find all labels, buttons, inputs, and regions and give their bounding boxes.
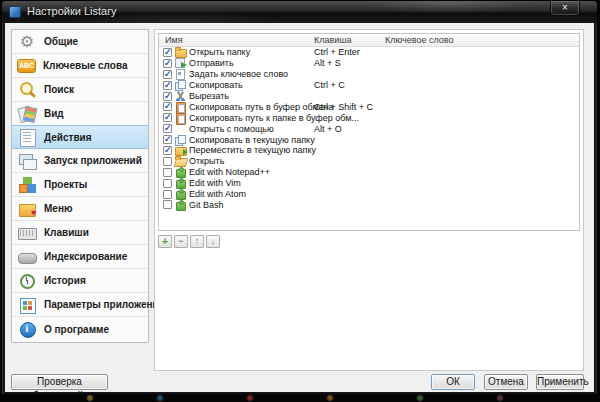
- sidebar-item-launch[interactable]: Запуск приложений: [12, 149, 148, 173]
- cut-icon: [175, 91, 187, 101]
- indexing-icon: [17, 248, 37, 266]
- action-row[interactable]: ✓Открыть с помощьюAlt + O: [159, 123, 579, 134]
- window-title: Настройки Listary: [27, 5, 116, 17]
- sidebar-item-label: Запуск приложений: [44, 155, 142, 166]
- copy-icon: [175, 80, 187, 90]
- action-row[interactable]: ✓Вырезать: [159, 91, 579, 102]
- sidebar-item-actions[interactable]: Действия: [12, 125, 148, 149]
- action-row[interactable]: ✓Переместить в текущую папку: [159, 145, 579, 156]
- action-row[interactable]: ✓СкопироватьCtrl + C: [159, 80, 579, 91]
- actions-icon: [17, 128, 37, 146]
- sidebar-item-menu[interactable]: ♥Меню: [12, 197, 148, 221]
- puzzle-icon: [175, 189, 187, 199]
- action-name: Edit with Atom: [189, 189, 246, 199]
- action-row[interactable]: ✓Скопировать путь к папке в буфер обм...: [159, 112, 579, 123]
- sidebar-item-label: Общие: [44, 36, 78, 47]
- sidebar-item-keys[interactable]: Клавиши: [12, 221, 148, 245]
- sidebar-item-label: Индексирование: [44, 251, 127, 262]
- action-row[interactable]: ✓Скопировать в текущую папку: [159, 134, 579, 145]
- settings-window: Настройки Listary × ⚙ОбщиеABCКлючевые сл…: [1, 0, 598, 396]
- checkbox-unchecked[interactable]: [163, 157, 172, 166]
- column-header-name[interactable]: Имя: [165, 35, 183, 45]
- add-action-button[interactable]: +: [158, 235, 172, 248]
- checkbox-unchecked[interactable]: [163, 168, 172, 177]
- ok-button[interactable]: ОК: [431, 374, 475, 390]
- puzzle-icon: [175, 200, 187, 210]
- sidebar-item-label: Меню: [44, 203, 72, 214]
- move-up-button[interactable]: ↑: [190, 235, 204, 248]
- checkbox-checked[interactable]: ✓: [163, 124, 172, 133]
- action-name: Открыть: [189, 156, 224, 166]
- action-name: Скопировать: [189, 80, 243, 90]
- actions-panel: Имя Клавиша Ключевое слово ✓Открыть папк…: [154, 29, 584, 371]
- checkbox-checked[interactable]: ✓: [163, 48, 172, 57]
- column-header-key[interactable]: Клавиша: [314, 35, 352, 45]
- sidebar-item-indexing[interactable]: Индексирование: [12, 245, 148, 269]
- sidebar-item-abc[interactable]: ABCКлючевые слова: [12, 54, 148, 78]
- sidebar-item-label: Проекты: [44, 179, 87, 190]
- action-row[interactable]: Edit with Vim: [159, 178, 579, 189]
- action-row[interactable]: ✓Скопировать путь в буфер обменаCtrl + S…: [159, 101, 579, 112]
- cancel-button[interactable]: Отмена: [484, 374, 528, 390]
- none-icon: [175, 124, 187, 134]
- action-name: Git Bash: [189, 200, 224, 210]
- action-row[interactable]: Edit with Atom: [159, 189, 579, 200]
- action-hotkey: Ctrl + C: [314, 80, 345, 91]
- checkbox-checked[interactable]: ✓: [163, 102, 172, 111]
- action-hotkey: Ctrl + Enter: [314, 47, 360, 58]
- sidebar-item-app-options[interactable]: Параметры приложений: [12, 293, 148, 317]
- action-row[interactable]: ✓Открыть папкуCtrl + Enter: [159, 47, 579, 58]
- abc-icon: ABC: [17, 59, 36, 73]
- sidebar-item-gear[interactable]: ⚙Общие: [12, 30, 148, 54]
- remove-action-button[interactable]: −: [174, 235, 188, 248]
- action-row[interactable]: Git Bash: [159, 199, 579, 210]
- action-hotkey: Alt + O: [314, 123, 342, 134]
- sidebar-item-view[interactable]: Вид: [12, 102, 148, 126]
- menu-icon: ♥: [17, 200, 37, 218]
- action-name: Edit with Notepad++: [189, 167, 270, 177]
- sidebar-item-about[interactable]: iО программе: [12, 317, 148, 341]
- titlebar: Настройки Listary ×: [2, 1, 597, 23]
- sidebar-item-search[interactable]: Поиск: [12, 78, 148, 102]
- action-row[interactable]: Edit with Notepad++: [159, 167, 579, 178]
- action-name: Открыть с помощью: [189, 124, 274, 134]
- sidebar-item-projects[interactable]: Проекты: [12, 173, 148, 197]
- desktop-taskbar-strip: [0, 394, 600, 402]
- sidebar-item-label: Клавиши: [44, 227, 89, 238]
- move-down-button[interactable]: ↓: [206, 235, 220, 248]
- checkbox-checked[interactable]: ✓: [163, 113, 172, 122]
- action-hotkey: Alt + S: [314, 58, 341, 69]
- column-header-keyword[interactable]: Ключевое слово: [385, 35, 453, 45]
- checkbox-checked[interactable]: ✓: [163, 92, 172, 101]
- settings-sidebar: ⚙ОбщиеABCКлючевые словаПоискВидДействияЗ…: [11, 29, 149, 343]
- action-row[interactable]: ✓ОтправитьAlt + S: [159, 58, 579, 69]
- sidebar-item-history[interactable]: История: [12, 269, 148, 293]
- check-updates-button[interactable]: Проверка обновлений...: [11, 374, 108, 390]
- checkbox-checked[interactable]: ✓: [163, 70, 172, 79]
- checkbox-checked[interactable]: ✓: [163, 135, 172, 144]
- checkbox-unchecked[interactable]: [163, 190, 172, 199]
- action-name: Скопировать путь к папке в буфер обм...: [189, 113, 359, 123]
- action-name: Задать ключевое слово: [189, 69, 288, 79]
- folder-icon: [175, 47, 187, 57]
- checkbox-unchecked[interactable]: [163, 179, 172, 188]
- sidebar-item-label: Параметры приложений: [44, 299, 165, 310]
- action-row[interactable]: ✓Задать ключевое слово: [159, 69, 579, 80]
- checkbox-checked[interactable]: ✓: [163, 146, 172, 155]
- view-icon: [17, 105, 37, 123]
- table-header: Имя Клавиша Ключевое слово: [159, 34, 579, 47]
- sidebar-item-label: О программе: [44, 324, 109, 335]
- send-icon: [175, 58, 187, 68]
- action-row[interactable]: Открыть: [159, 156, 579, 167]
- sidebar-item-label: Ключевые слова: [43, 60, 127, 71]
- action-name: Edit with Vim: [189, 178, 241, 188]
- sidebar-item-label: Поиск: [44, 84, 74, 95]
- app-options-icon: [17, 296, 37, 314]
- close-button[interactable]: ×: [550, 1, 580, 16]
- action-name: Скопировать в текущую папку: [189, 135, 315, 145]
- checkbox-unchecked[interactable]: [163, 200, 172, 209]
- apply-button[interactable]: Применить: [536, 374, 584, 390]
- checkbox-checked[interactable]: ✓: [163, 81, 172, 90]
- checkbox-checked[interactable]: ✓: [163, 59, 172, 68]
- about-icon: i: [17, 320, 37, 338]
